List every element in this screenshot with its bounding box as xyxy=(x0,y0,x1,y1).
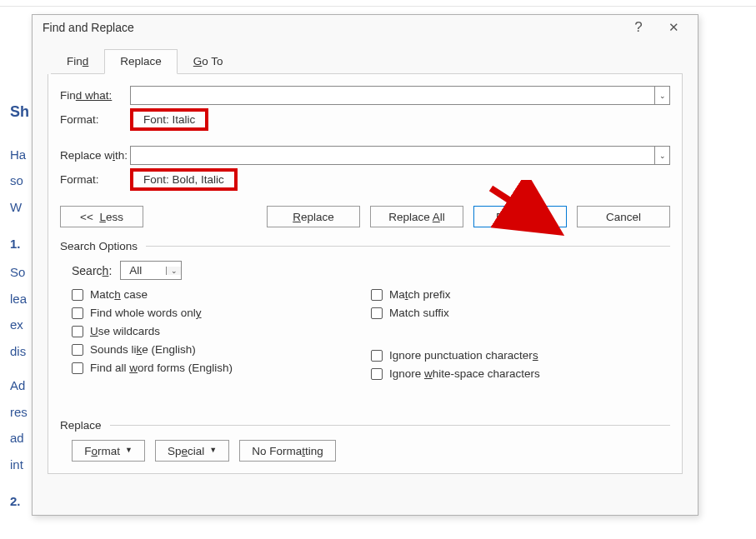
find-what-input[interactable] xyxy=(131,87,654,104)
chk-label: Ignore white-space characters xyxy=(389,367,540,380)
cancel-button[interactable]: Cancel xyxy=(577,206,670,227)
replace-group-label: Replace xyxy=(60,419,110,432)
replace-group: Replace xyxy=(60,418,670,432)
chk-label: Match suffix xyxy=(389,307,449,319)
no-formatting-button[interactable]: No Formatting xyxy=(239,440,336,462)
replace-with-input[interactable] xyxy=(131,147,654,164)
label: No Formatting xyxy=(252,445,323,457)
match-prefix-checkbox[interactable]: Match prefix xyxy=(371,288,670,301)
tab-find-pre: Fin xyxy=(67,55,83,67)
svg-line-0 xyxy=(491,188,548,225)
ignore-punctuation-checkbox[interactable]: Ignore punctuation characters xyxy=(371,349,670,362)
replace-with-combo[interactable]: ⌄ xyxy=(130,146,670,165)
chk-label: Find whole words only xyxy=(90,307,202,319)
checkbox-icon xyxy=(72,326,83,337)
search-options-group: Search Options xyxy=(60,239,670,252)
tab-goto[interactable]: Go To xyxy=(178,49,239,74)
match-case-checkbox[interactable]: Match case xyxy=(72,288,371,301)
match-suffix-checkbox[interactable]: Match suffix xyxy=(371,307,670,319)
help-button[interactable]: ? xyxy=(621,16,656,39)
less-label: << Less xyxy=(80,211,123,223)
tab-replace-pre: Re xyxy=(120,55,134,67)
chevron-down-icon[interactable]: ⌄ xyxy=(654,147,669,164)
checkbox-icon xyxy=(72,344,83,356)
chk-label: Use wildcards xyxy=(90,325,160,337)
replace-with-label: Replace with: xyxy=(60,149,130,162)
word-forms-checkbox[interactable]: Find all word forms (English) xyxy=(72,362,371,374)
tab-goto-u: G xyxy=(193,55,203,67)
find-what-label: Find what: xyxy=(60,89,130,102)
replace-button[interactable]: Replace xyxy=(267,206,360,227)
sl-pre: Searc xyxy=(72,264,103,277)
checkbox-icon xyxy=(371,289,383,301)
chk-label: Match case xyxy=(90,288,148,301)
dialog-title: Find and Replace xyxy=(43,21,134,34)
titlebar: Find and Replace ? ✕ xyxy=(33,15,698,40)
rw-suf: th: xyxy=(115,149,128,162)
search-direction-value: All xyxy=(121,264,166,277)
close-icon: ✕ xyxy=(668,20,679,35)
chevron-down-icon[interactable]: ⌄ xyxy=(654,87,669,104)
caret-down-icon: ▼ xyxy=(125,446,133,454)
checkbox-icon xyxy=(72,289,83,301)
close-button[interactable]: ✕ xyxy=(656,16,691,39)
special-menu-button[interactable]: Special▼ xyxy=(155,440,229,462)
dialog-content: Find what: ⌄ Format: Font: Italic Replac… xyxy=(48,74,683,474)
search-direction-select[interactable]: All ⌄ xyxy=(120,261,182,280)
checkbox-icon xyxy=(371,368,383,380)
tab-find[interactable]: Find xyxy=(51,49,104,74)
chk-label: Ignore punctuation characters xyxy=(389,349,538,362)
checkbox-icon xyxy=(72,362,83,374)
label: Format xyxy=(84,445,120,457)
annotation-arrow xyxy=(483,180,566,238)
find-what-combo[interactable]: ⌄ xyxy=(130,86,670,105)
tab-goto-suf: o To xyxy=(202,55,223,67)
find-pre: Fin xyxy=(60,89,76,102)
find-u: d what: xyxy=(76,89,113,102)
label: Special xyxy=(168,445,204,457)
format-menu-button[interactable]: Format▼ xyxy=(72,440,145,462)
sl-suf: : xyxy=(108,264,112,277)
tab-strip: Find Replace Go To xyxy=(51,48,683,74)
checkbox-icon xyxy=(371,350,383,362)
rw-pre: Replace w xyxy=(60,149,113,162)
chk-label: Find all word forms (English) xyxy=(90,362,233,374)
replace-all-button[interactable]: Replace All xyxy=(370,206,463,227)
find-format-label: Format: xyxy=(60,113,130,126)
less-button[interactable]: << Less xyxy=(60,206,143,227)
tab-find-u: d xyxy=(83,55,89,67)
find-format-value: Font: Italic xyxy=(130,108,208,131)
search-direction-label: Search: xyxy=(72,264,112,277)
chk-label: Sounds like (English) xyxy=(90,343,196,356)
chk-label: Match prefix xyxy=(389,288,451,301)
caret-down-icon: ▼ xyxy=(209,446,217,454)
tab-replace[interactable]: Replace xyxy=(104,49,178,74)
checkbox-icon xyxy=(72,307,83,319)
replace-format-value: Font: Bold, Italic xyxy=(130,168,238,191)
whole-words-checkbox[interactable]: Find whole words only xyxy=(72,307,371,319)
ignore-whitespace-checkbox[interactable]: Ignore white-space characters xyxy=(371,367,670,380)
replace-all-label: Replace All xyxy=(388,211,445,223)
wildcards-checkbox[interactable]: Use wildcards xyxy=(72,325,371,337)
tab-replace-suf: place xyxy=(135,55,162,67)
search-options-label: Search Options xyxy=(60,240,146,252)
chevron-down-icon[interactable]: ⌄ xyxy=(166,267,181,275)
replace-format-label: Format: xyxy=(60,173,130,186)
replace-label: Replace xyxy=(293,211,334,223)
checkbox-icon xyxy=(371,307,383,319)
page-edge xyxy=(0,6,756,7)
cancel-label: Cancel xyxy=(606,211,641,223)
sounds-like-checkbox[interactable]: Sounds like (English) xyxy=(72,343,371,356)
find-replace-dialog: Find and Replace ? ✕ Find Replace Go To … xyxy=(32,14,698,516)
